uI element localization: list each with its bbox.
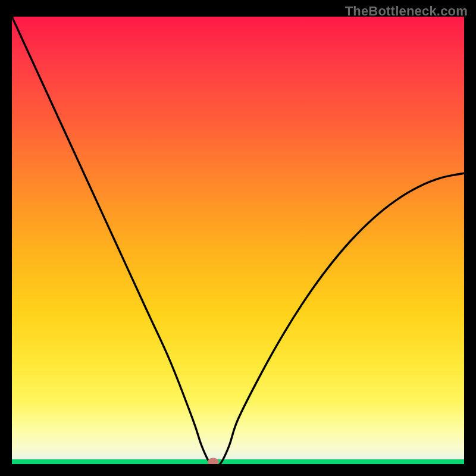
bottleneck-curve bbox=[12, 17, 464, 464]
chart-svg bbox=[12, 17, 464, 464]
baseline-green-band bbox=[12, 459, 464, 464]
chart-stage: TheBottleneck.com bbox=[0, 0, 476, 476]
chart-plot-area bbox=[12, 17, 464, 464]
minimum-marker-icon bbox=[208, 458, 218, 464]
